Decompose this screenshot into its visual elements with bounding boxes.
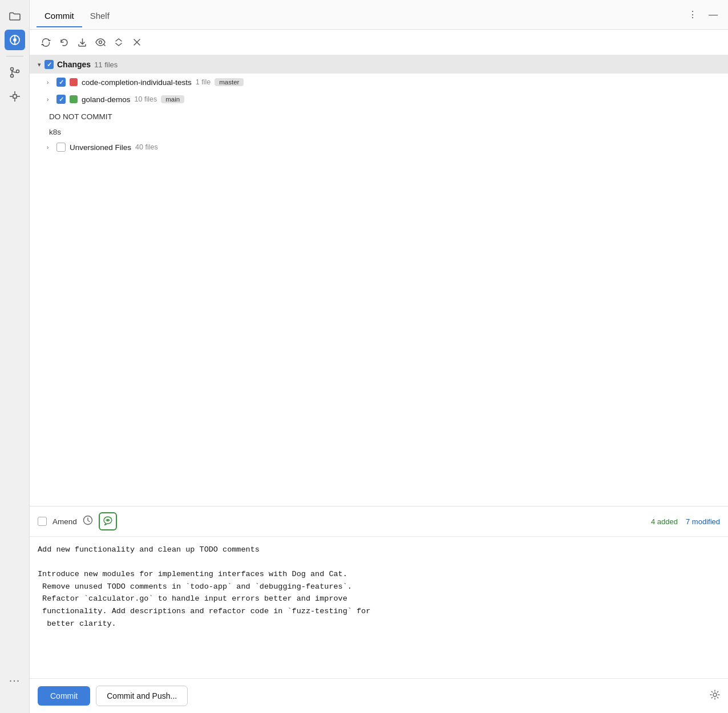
- sidebar-more-button[interactable]: ···: [5, 670, 25, 690]
- unversioned-chevron-icon: ›: [47, 144, 52, 151]
- unversioned-files-item[interactable]: › Unversioned Files 40 files: [30, 139, 728, 156]
- commit-message-input[interactable]: Add new functionality and clean up TODO …: [38, 544, 720, 669]
- undo-button[interactable]: [56, 34, 72, 50]
- commit-button[interactable]: Commit: [38, 686, 90, 706]
- repo-name-2: goland-demos: [82, 95, 131, 104]
- unversioned-checkbox[interactable]: [56, 143, 66, 152]
- sidebar: ···: [0, 0, 30, 713]
- changes-header[interactable]: ▾ Changes 11 files: [30, 55, 728, 74]
- commit-message-area: Add new functionality and clean up TODO …: [30, 537, 728, 678]
- repo-item-goland-demos[interactable]: › goland-demos 10 files main: [30, 91, 728, 108]
- commit-actions: Commit Commit and Push...: [30, 678, 728, 713]
- svg-point-16: [107, 520, 108, 521]
- toolbar: [30, 30, 728, 55]
- commit-stats: 4 added 7 modified: [651, 517, 720, 526]
- close-changes-button[interactable]: [129, 34, 145, 50]
- repo-file-count-2: 10 files: [135, 95, 157, 103]
- sidebar-more-area: ···: [5, 110, 25, 713]
- k8s-label: k8s: [30, 123, 728, 139]
- download-button[interactable]: [74, 34, 90, 50]
- tab-bar: Commit Shelf ⋮ —: [30, 0, 728, 30]
- sidebar-icon-branch[interactable]: [5, 62, 25, 83]
- amend-checkbox[interactable]: [38, 517, 47, 526]
- repo-color-1: [70, 78, 78, 86]
- repo-checkbox-2[interactable]: [56, 95, 66, 104]
- stat-modified: 7 modified: [686, 517, 720, 526]
- repo-item-code-completion[interactable]: › code-completion-individual-tests 1 fil…: [30, 74, 728, 91]
- changes-checkbox[interactable]: [45, 60, 54, 69]
- repo-file-count-1: 1 file: [196, 78, 211, 86]
- sidebar-icon-folder[interactable]: [5, 6, 25, 26]
- amend-bar: Amend 4 added 7 modified: [30, 507, 728, 537]
- unversioned-label: Unversioned Files: [70, 143, 131, 152]
- more-options-button[interactable]: ⋮: [685, 7, 701, 23]
- tab-shelf[interactable]: Shelf: [82, 3, 118, 27]
- settings-icon[interactable]: [710, 690, 720, 703]
- changes-title: Changes: [57, 60, 91, 69]
- ai-assist-button[interactable]: [99, 512, 117, 530]
- commit-push-button[interactable]: Commit and Push...: [96, 686, 188, 706]
- changes-chevron-icon: ▾: [38, 61, 41, 68]
- changes-file-count: 11 files: [94, 60, 118, 69]
- clock-icon[interactable]: [83, 515, 93, 528]
- sidebar-icon-model[interactable]: [5, 86, 25, 107]
- do-not-commit-label: DO NOT COMMIT: [30, 108, 728, 123]
- repo-color-2: [70, 95, 78, 103]
- repo-branch-2: main: [161, 95, 184, 103]
- expand-button[interactable]: [111, 34, 127, 50]
- amend-label: Amend: [52, 517, 77, 526]
- repo-chevron-icon-2: ›: [47, 96, 52, 103]
- svg-point-4: [10, 68, 13, 71]
- sidebar-icon-git[interactable]: [5, 30, 25, 50]
- minimize-button[interactable]: —: [705, 7, 721, 23]
- repo-checkbox-1[interactable]: [56, 78, 66, 87]
- eye-button[interactable]: [92, 34, 108, 50]
- stat-added: 4 added: [651, 517, 678, 526]
- unversioned-file-count: 40 files: [135, 143, 158, 151]
- repo-branch-1: master: [215, 78, 244, 86]
- refresh-button[interactable]: [38, 34, 54, 50]
- changes-area: ▾ Changes 11 files › code-completion-ind…: [30, 55, 728, 506]
- commit-section: Amend 4 added 7 modified Add: [30, 506, 728, 713]
- repo-name-1: code-completion-individual-tests: [82, 78, 192, 87]
- svg-point-17: [713, 693, 717, 696]
- svg-point-1: [13, 38, 17, 42]
- repo-chevron-icon: ›: [47, 79, 52, 86]
- main-panel: Commit Shelf ⋮ —: [30, 0, 728, 713]
- svg-point-12: [99, 41, 102, 44]
- tab-bar-actions: ⋮ —: [685, 7, 721, 23]
- svg-rect-7: [13, 95, 17, 98]
- svg-point-5: [10, 75, 13, 78]
- tab-commit[interactable]: Commit: [37, 3, 82, 27]
- sidebar-divider-1: [6, 56, 23, 56]
